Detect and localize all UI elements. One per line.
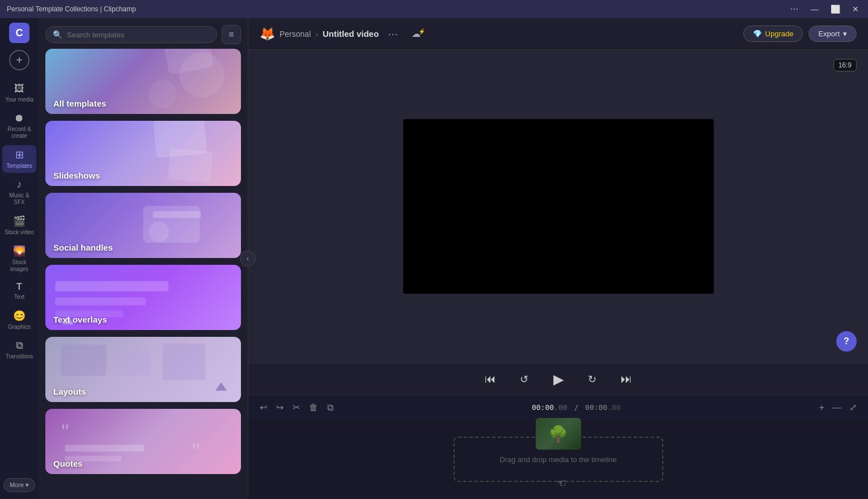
- search-input-wrapper: 🔍: [45, 26, 217, 43]
- redo-button[interactable]: ↪: [274, 400, 286, 415]
- close-button[interactable]: ✕: [850, 3, 861, 15]
- template-card-layouts[interactable]: Layouts: [45, 337, 241, 402]
- zoom-out-icon: —: [832, 403, 841, 413]
- music-icon: ♪: [17, 179, 22, 191]
- help-button[interactable]: ?: [836, 331, 857, 352]
- template-card-quotes[interactable]: " " Quotes: [45, 409, 241, 474]
- svg-marker-15: [215, 382, 227, 391]
- breadcrumb: 🦊 Personal › Untitled video ⋯ ☁ ⚡: [260, 26, 432, 43]
- more-button[interactable]: More ▾: [3, 478, 35, 492]
- cut-button[interactable]: ✂: [290, 400, 302, 415]
- delete-button[interactable]: 🗑: [307, 400, 320, 415]
- timeline-toolbar: ↩ ↪ ✂ 🗑 ⧉ 00:00.00 /: [248, 395, 868, 420]
- upgrade-button[interactable]: 💎 Upgrade: [743, 26, 803, 42]
- add-icon: +: [819, 403, 824, 413]
- video-more-button[interactable]: ⋯: [383, 26, 403, 43]
- sidebar-item-label: Graphics: [8, 324, 31, 331]
- breadcrumb-personal[interactable]: Personal: [280, 29, 311, 39]
- play-icon: ▶: [553, 371, 564, 387]
- sidebar-item-your-media[interactable]: 🖼 Your media: [2, 79, 36, 107]
- template-card-social-handles[interactable]: Social handles: [45, 193, 241, 258]
- skip-back-button[interactable]: ⏮: [480, 369, 501, 390]
- breadcrumb-separator: ›: [315, 29, 318, 39]
- timeline-area: 🌳 ☜ Drag and drop media to the timeline: [248, 420, 868, 499]
- transitions-icon: ⧉: [16, 340, 23, 352]
- sidebar-item-record-create[interactable]: ⏺ Record & create: [2, 109, 36, 143]
- sidebar-item-stock-video[interactable]: 🎬 Stock video: [2, 212, 36, 239]
- collapse-sidebar-button[interactable]: ‹: [240, 251, 256, 267]
- svg-rect-17: [65, 445, 145, 451]
- record-icon: ⏺: [14, 112, 24, 124]
- svg-rect-6: [153, 211, 201, 218]
- aspect-ratio-badge: 16:9: [833, 59, 857, 71]
- media-thumbnail: 🌳: [536, 418, 581, 450]
- template-card-label: Social handles: [53, 243, 113, 252]
- filter-button[interactable]: ≡: [222, 25, 241, 44]
- filter-icon: ≡: [228, 29, 234, 40]
- sidebar-item-label: Stock images: [5, 259, 34, 273]
- template-card-text-overlays[interactable]: Text overlays: [45, 265, 241, 330]
- template-card-label: Text overlays: [53, 315, 107, 324]
- window-title: Personal Template Collections | Clipcham…: [7, 5, 136, 13]
- timeline-toolbar-left: ↩ ↪ ✂ 🗑 ⧉: [257, 400, 336, 415]
- title-bar: Personal Template Collections | Clipcham…: [0, 0, 868, 18]
- add-button[interactable]: +: [9, 50, 29, 70]
- undo-icon: ↩: [260, 402, 267, 413]
- duplicate-button[interactable]: ⧉: [325, 400, 336, 415]
- skip-forward-button[interactable]: ⏭: [616, 369, 637, 390]
- forward-button[interactable]: ↻: [582, 369, 603, 390]
- svg-point-7: [149, 222, 169, 242]
- video-preview-area: 16:9 ?: [248, 50, 868, 363]
- cloud-sync-button[interactable]: ☁ ⚡: [407, 26, 432, 41]
- template-card-label: Slideshows: [53, 171, 100, 180]
- top-bar-actions: 💎 Upgrade Export ▾: [743, 26, 857, 42]
- stock-video-icon: 🎬: [13, 215, 26, 227]
- graphics-icon: 😊: [13, 310, 26, 322]
- media-icon: 🖼: [14, 83, 24, 95]
- templates-list: All templates Slideshows: [39, 49, 248, 499]
- maximize-button[interactable]: ⬜: [829, 3, 841, 15]
- svg-rect-13: [114, 350, 151, 375]
- play-button[interactable]: ▶: [548, 369, 569, 390]
- sidebar-item-music-sfx[interactable]: ♪ Music & SFX: [2, 175, 36, 209]
- template-card-slideshows[interactable]: Slideshows: [45, 121, 241, 186]
- search-input[interactable]: [67, 31, 210, 39]
- player-controls: ⏮ ↺ ▶ ↻ ⏭: [248, 363, 868, 395]
- sync-badge: ⚡: [418, 28, 425, 35]
- skip-back-icon: ⏮: [485, 373, 496, 386]
- current-time: 00:00.00: [532, 403, 571, 412]
- sidebar-item-label: Stock video: [5, 229, 34, 236]
- expand-button[interactable]: ⤢: [847, 400, 859, 415]
- logo[interactable]: C: [9, 23, 29, 43]
- svg-rect-14: [163, 344, 205, 380]
- video-title[interactable]: Untitled video: [323, 29, 379, 39]
- rewind-button[interactable]: ↺: [514, 369, 535, 390]
- add-track-button[interactable]: +: [817, 400, 827, 415]
- sidebar-item-transitions[interactable]: ⧉ Transitions: [2, 336, 36, 363]
- sidebar-item-templates[interactable]: ⊞ Templates: [2, 145, 36, 173]
- sidebar-item-graphics[interactable]: 😊 Graphics: [2, 306, 36, 334]
- cut-icon: ✂: [293, 402, 300, 413]
- template-card-label: Quotes: [53, 459, 83, 468]
- icon-bar: C + 🖼 Your media ⏺ Record & create ⊞ Tem…: [0, 18, 39, 499]
- video-preview: [403, 119, 714, 294]
- total-time: 00:00.00: [585, 403, 621, 412]
- app-container: C + 🖼 Your media ⏺ Record & create ⊞ Tem…: [0, 18, 868, 499]
- stock-images-icon: 🌄: [13, 245, 26, 257]
- export-button[interactable]: Export ▾: [808, 26, 857, 42]
- timeline-drop-zone[interactable]: 🌳 ☜ Drag and drop media to the timeline: [454, 437, 663, 482]
- undo-button[interactable]: ↩: [257, 400, 269, 415]
- sidebar-item-label: Templates: [6, 163, 32, 170]
- template-card-all-templates[interactable]: All templates: [45, 49, 241, 114]
- sidebar-item-label: Music & SFX: [5, 192, 34, 206]
- minimize-button[interactable]: —: [809, 3, 820, 15]
- diamond-icon: 💎: [753, 29, 762, 38]
- forward-icon: ↻: [588, 373, 596, 386]
- zoom-out-button[interactable]: —: [830, 400, 844, 415]
- timeline-time-display: 00:00.00 / 00:00.00: [532, 403, 621, 412]
- sidebar-item-stock-images[interactable]: 🌄 Stock images: [2, 242, 36, 276]
- duplicate-icon: ⧉: [327, 403, 333, 413]
- sidebar-item-text[interactable]: T Text: [2, 278, 36, 304]
- template-card-label: All templates: [53, 99, 106, 108]
- more-options-button[interactable]: ⋯: [789, 3, 800, 15]
